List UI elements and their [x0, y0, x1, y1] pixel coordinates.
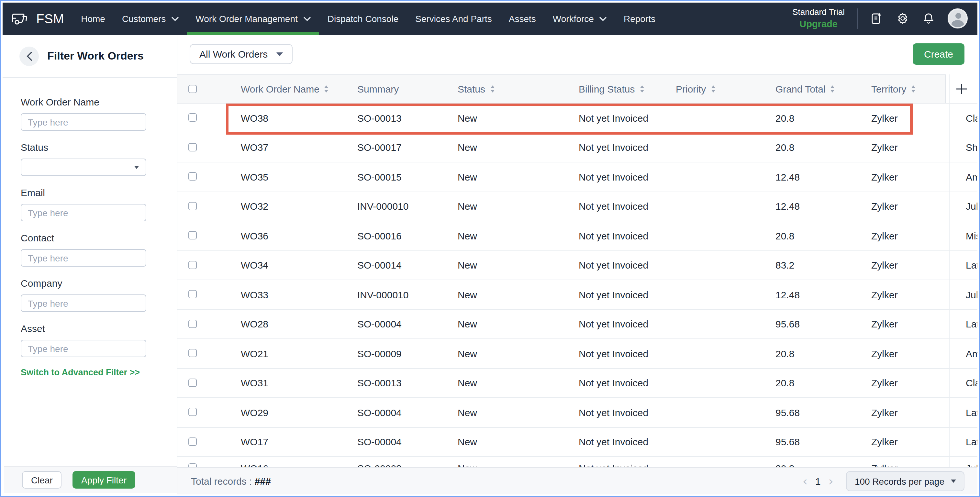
nav-item-label: Customers — [122, 14, 166, 24]
column-header-billing-status[interactable]: Billing Status — [579, 75, 644, 103]
sort-icon[interactable] — [325, 86, 328, 92]
filter-field-work-order-name: Work Order NameType here — [21, 97, 146, 131]
create-button[interactable]: Create — [913, 43, 964, 65]
row-checkbox[interactable] — [188, 379, 196, 387]
table-row-wo31[interactable]: WO31SO-00013NewNot yet Invoiced20.8Zylke… — [177, 368, 977, 398]
column-header-priority[interactable]: Priority — [676, 75, 715, 103]
table-row-wo37[interactable]: WO37SO-00017NewNot yet Invoiced20.8Zylke… — [177, 133, 977, 162]
contact-input[interactable]: Type here — [21, 249, 146, 267]
nav-item-assets[interactable]: Assets — [500, 3, 544, 35]
cell[interactable]: WO37 — [241, 133, 268, 162]
nav-item-dispatch-console[interactable]: Dispatch Console — [319, 3, 407, 35]
nav-item-services-and-parts[interactable]: Services And Parts — [407, 3, 500, 35]
cell: 20.8 — [775, 133, 794, 162]
row-checkbox[interactable] — [188, 320, 196, 328]
cell[interactable]: WO17 — [241, 427, 268, 456]
nav-item-home[interactable]: Home — [73, 3, 114, 35]
row-checkbox[interactable] — [188, 437, 196, 446]
new-record-icon[interactable] — [870, 12, 883, 25]
user-avatar[interactable] — [948, 9, 968, 29]
cell[interactable]: WO29 — [241, 398, 268, 427]
row-checkbox[interactable] — [188, 408, 196, 416]
column-header-label: Summary — [357, 84, 399, 94]
row-checkbox[interactable] — [188, 349, 196, 357]
table-row-wo28[interactable]: WO28SO-00004NewNot yet Invoiced95.68Zylk… — [177, 310, 977, 339]
asset-input[interactable]: Type here — [21, 340, 146, 357]
cell[interactable]: WO28 — [241, 310, 268, 338]
fsm-logo[interactable]: FSM — [11, 11, 64, 27]
table-row-wo38[interactable]: WO38SO-00013NewNot yet Invoiced20.8Zylke… — [177, 103, 977, 133]
nav-item-work-order-management[interactable]: Work Order Management — [187, 3, 319, 35]
cell[interactable]: WO34 — [241, 251, 268, 279]
cell[interactable]: WO35 — [241, 162, 268, 191]
row-checkbox[interactable] — [188, 202, 196, 210]
add-column-button[interactable] — [945, 75, 977, 103]
cell[interactable]: WO33 — [241, 280, 268, 309]
cell[interactable]: WO38 — [241, 103, 268, 132]
cell[interactable]: WO31 — [241, 368, 268, 397]
table-row-wo32[interactable]: WO32INV-000010NewNot yet Invoiced12.48Zy… — [177, 192, 977, 221]
table-row-wo36[interactable]: WO36SO-00016NewNot yet Invoiced20.8Zylke… — [177, 221, 977, 251]
sort-icon[interactable] — [711, 86, 715, 92]
cell: Not yet Invoiced — [579, 221, 648, 250]
work-order-name-input[interactable]: Type here — [21, 113, 146, 131]
row-checkbox[interactable] — [188, 143, 196, 151]
sort-icon[interactable] — [831, 86, 835, 92]
cell[interactable]: WO21 — [241, 339, 268, 368]
settings-gear-icon[interactable] — [896, 12, 910, 25]
row-checkbox[interactable] — [188, 261, 196, 269]
column-header-territory[interactable]: Territory — [871, 75, 915, 103]
notifications-bell-icon[interactable] — [922, 12, 935, 25]
nav-item-label: Reports — [624, 14, 655, 24]
cell-contact: Shelly — [966, 133, 977, 162]
sort-icon[interactable] — [490, 86, 494, 92]
table-row-wo17[interactable]: WO17SO-00004NewNot yet Invoiced95.68Zylk… — [177, 427, 977, 457]
cell-contact: Latha — [966, 398, 977, 427]
sort-icon[interactable] — [640, 86, 644, 92]
nav-item-reports[interactable]: Reports — [615, 3, 664, 35]
sort-icon[interactable] — [912, 86, 915, 92]
email-input[interactable]: Type here — [21, 204, 146, 221]
table-row-wo29[interactable]: WO29SO-00004NewNot yet Invoiced95.68Zylk… — [177, 398, 977, 427]
cell-contact: Claire — [966, 368, 977, 397]
row-checkbox[interactable] — [188, 173, 196, 181]
cell[interactable]: WO36 — [241, 221, 268, 250]
select-all-checkbox[interactable] — [188, 84, 196, 93]
cell: Not yet Invoiced — [579, 192, 648, 221]
table-row-wo21[interactable]: WO21SO-00009NewNot yet Invoiced20.8Zylke… — [177, 339, 977, 368]
prev-page-icon[interactable]: ‹ — [803, 475, 808, 487]
row-checkbox[interactable] — [188, 114, 196, 122]
records-per-page-select[interactable]: 100 Records per page — [846, 471, 964, 491]
truck-icon — [11, 11, 30, 27]
row-checkbox[interactable] — [188, 231, 196, 240]
cell[interactable]: WO32 — [241, 192, 268, 221]
column-header-grand-total[interactable]: Grand Total — [775, 75, 835, 103]
table-row-wo34[interactable]: WO34SO-00014NewNot yet Invoiced83.2Zylke… — [177, 251, 977, 280]
row-checkbox[interactable] — [188, 290, 196, 299]
nav-item-customers[interactable]: Customers — [114, 3, 187, 35]
company-input[interactable]: Type here — [21, 294, 146, 312]
cell: New — [458, 162, 477, 191]
column-header-work-order-name[interactable]: Work Order Name — [241, 75, 328, 103]
cell: SO-00014 — [357, 251, 402, 279]
table-row-wo35[interactable]: WO35SO-00015NewNot yet Invoiced12.48Zylk… — [177, 162, 977, 192]
chevron-down-icon — [951, 480, 956, 483]
plus-icon — [956, 83, 967, 94]
back-button[interactable] — [19, 46, 39, 66]
next-page-icon[interactable]: › — [829, 475, 834, 487]
apply-filter-button[interactable]: Apply Filter — [73, 471, 135, 489]
clear-button[interactable]: Clear — [22, 471, 62, 489]
column-header-status[interactable]: Status — [458, 75, 494, 103]
cell: Not yet Invoiced — [579, 162, 648, 191]
cell: Not yet Invoiced — [579, 427, 648, 456]
nav-item-workforce[interactable]: Workforce — [544, 3, 615, 35]
upgrade-link[interactable]: Upgrade — [792, 18, 845, 30]
view-selector[interactable]: All Work Orders — [190, 44, 292, 64]
column-header-summary[interactable]: Summary — [357, 75, 399, 103]
status-select[interactable] — [21, 159, 146, 176]
nav-item-label: Work Order Management — [196, 14, 298, 24]
advanced-filter-link[interactable]: Switch to Advanced Filter >> — [21, 368, 140, 377]
nav-item-label: Dispatch Console — [328, 14, 398, 24]
table-row-wo33[interactable]: WO33INV-000010NewNot yet Invoiced12.48Zy… — [177, 280, 977, 310]
cell: Zylker — [871, 133, 898, 162]
